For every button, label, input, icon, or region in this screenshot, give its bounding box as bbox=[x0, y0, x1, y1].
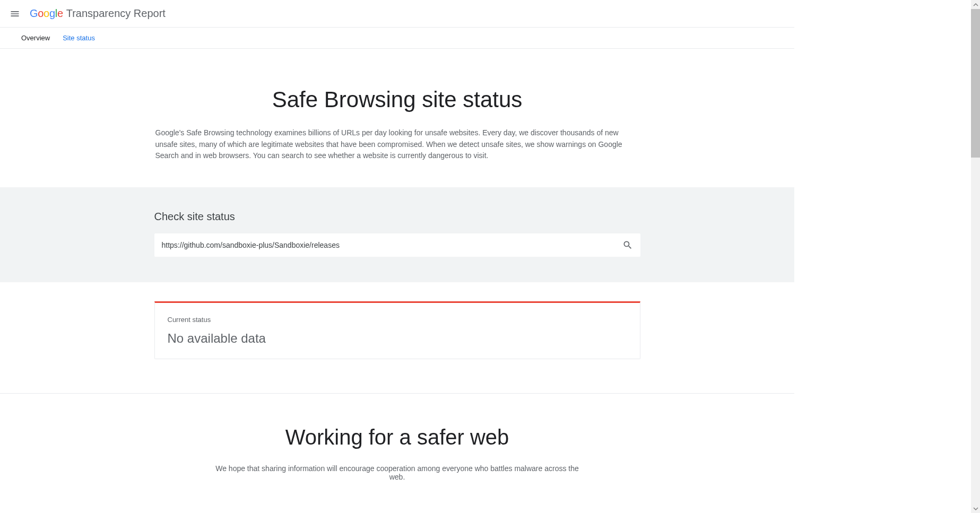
check-title: Check site status bbox=[154, 211, 640, 223]
hamburger-icon bbox=[10, 8, 20, 19]
search-icon[interactable] bbox=[622, 240, 633, 250]
safer-web-description: We hope that sharing information will en… bbox=[212, 464, 583, 481]
status-card: Current status No available data bbox=[154, 301, 640, 359]
page-description: Google's Safe Browsing technology examin… bbox=[154, 127, 640, 162]
hero-section: Safe Browsing site status Google's Safe … bbox=[0, 49, 794, 187]
scrollbar[interactable] bbox=[971, 0, 980, 492]
scrollbar-thumb[interactable] bbox=[971, 9, 980, 158]
status-value: No available data bbox=[168, 331, 627, 346]
status-section: Current status No available data bbox=[0, 282, 794, 378]
tabs-bar: Overview Site status bbox=[0, 28, 794, 49]
safer-web-section: Working for a safer web We hope that sha… bbox=[0, 394, 794, 492]
tab-site-status[interactable]: Site status bbox=[63, 28, 95, 49]
google-logo: Google bbox=[30, 7, 63, 20]
header-bar: Google Transparency Report bbox=[0, 0, 794, 28]
safer-web-title: Working for a safer web bbox=[0, 425, 794, 449]
scrollbar-up-button[interactable] bbox=[971, 0, 980, 9]
logo-area[interactable]: Google Transparency Report bbox=[30, 7, 166, 20]
chevron-up-icon bbox=[973, 2, 978, 7]
tab-overview[interactable]: Overview bbox=[21, 28, 50, 49]
check-section: Check site status bbox=[0, 187, 794, 282]
search-box bbox=[154, 233, 640, 257]
url-input[interactable] bbox=[162, 241, 622, 249]
menu-button[interactable] bbox=[8, 7, 21, 20]
page-title: Safe Browsing site status bbox=[0, 87, 794, 112]
status-label: Current status bbox=[168, 316, 627, 324]
app-title: Transparency Report bbox=[66, 7, 166, 20]
